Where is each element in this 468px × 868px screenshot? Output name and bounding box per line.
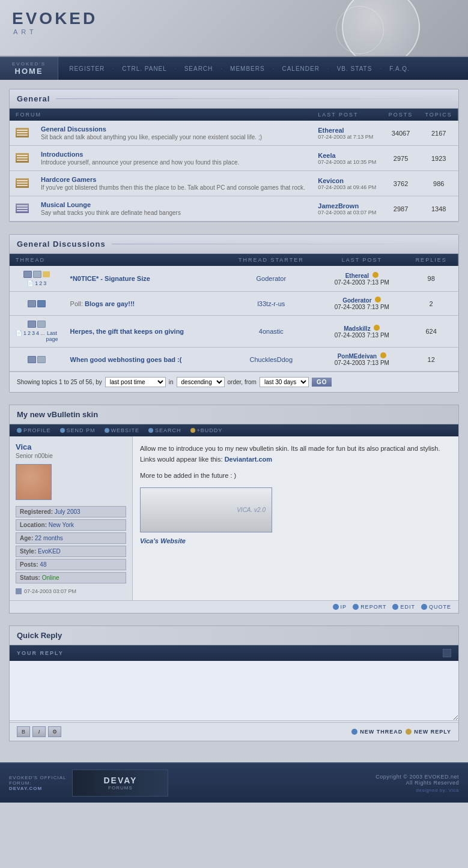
pagination-go-button[interactable]: GO [312, 378, 332, 387]
order-select[interactable]: descending ascending [177, 377, 225, 387]
thread-title-poll[interactable]: Poll: Blogs are gay!!! [70, 300, 135, 307]
post-footer-btn-quote[interactable]: QUOTE [421, 604, 451, 610]
user-location-value: New York [49, 522, 74, 528]
thread-info-herpes: Herpes, the gift that keeps on giving [64, 316, 223, 348]
footer-banner-content: DEVAY FORUMS [103, 776, 137, 791]
sort-by-select[interactable]: last post time thread start time replies [105, 377, 166, 387]
pagemarker-herpes: 📄 [16, 330, 22, 342]
thread-starter-poll: l33tz-r-us [222, 292, 320, 316]
sendpm-dot-icon [60, 428, 65, 433]
profile-dot-icon [17, 428, 22, 433]
footer-official-line1: EVOKED'S OFFICIAL [9, 775, 66, 780]
footer-official-text: EVOKED'S OFFICIAL FORUM: DEVAY.COM [9, 775, 66, 791]
header-decoration-circle2 [336, 6, 384, 54]
nav-bar: EVOKED'S HOME REGISTER · CTRL. PANEL · S… [0, 57, 468, 80]
page-num-h3[interactable]: 3 [32, 330, 35, 342]
post-date-stamp: 07-24-2003 03:07 PM [16, 588, 126, 594]
thread-icons-cell-notice: 📄 1 2 3 [10, 266, 64, 292]
footer-official-label: EVOKED'S OFFICIAL FORUM: DEVAY.COM [9, 775, 66, 791]
nav-link-search[interactable]: SEARCH [180, 65, 218, 72]
post-footer-btn-edit[interactable]: EDIT [392, 604, 415, 610]
toolbar-btn-profile[interactable]: PROFILE [17, 427, 51, 433]
section-line-divider [56, 98, 451, 99]
forum-icon-cell-intro [10, 146, 35, 171]
from-select[interactable]: last 30 days last 7 days last 60 days be… [260, 377, 309, 387]
footer-copyright-text: Copyright © 2003 EVOKED.net [375, 774, 459, 780]
topics-col-header: TOPICS [419, 109, 458, 121]
footer-banner-text: DEVAY [103, 776, 137, 785]
pagination-bar: Showing topics 1 to 25 of 56, by last po… [10, 372, 458, 392]
post-username: Vica [16, 442, 126, 451]
lastpost-date-web: 07-24-2003 7:13 PM [326, 360, 398, 366]
forum-name-general-discussions[interactable]: General Discussions [41, 125, 106, 133]
ellipsis-herpes: ... [40, 330, 45, 342]
website-dot-icon [105, 428, 109, 433]
post-deviantart-link[interactable]: Deviantart.com [225, 456, 272, 463]
logo-evoked: EVOKED [12, 9, 97, 28]
footer-banner[interactable]: DEVAY FORUMS [72, 770, 168, 797]
lastpost-user-general: Ethereal [318, 127, 376, 134]
forum-name-hardcore-gamers[interactable]: Hardcore Gamers [41, 176, 96, 183]
thread-icon-sticky [33, 271, 41, 278]
forum-row-hardcore-gamers: Hardcore Gamers If you've got blistered … [10, 171, 458, 196]
nav-link-vbstats[interactable]: VB. STATS [332, 65, 377, 72]
thread-icons-cell-herpes: 📄 1 2 3 4 ... Last page [10, 316, 64, 348]
toolbar-btn-search[interactable]: SEARCH [148, 427, 181, 433]
post-section-title: My new vBulletin skin [17, 410, 451, 419]
format-icon-1[interactable]: B [17, 726, 30, 737]
format-icon-3[interactable]: ⚙ [48, 726, 61, 737]
thread-replies-notice: 98 [404, 266, 458, 292]
user-status-value: Online [42, 574, 59, 581]
your-reply-label: YOUR REPLY [17, 650, 64, 656]
forum-lastpost-hc: Kevicon 07-24-2003 at 09:46 PM [312, 171, 382, 196]
nav-link-register[interactable]: REGISTER [64, 65, 109, 72]
nav-link-members[interactable]: MEMBERS [225, 65, 270, 72]
post-userinfo: Vica Senior n00bie Registered: July 2003… [10, 436, 133, 600]
page-last-herpes[interactable]: Last page [46, 330, 58, 342]
user-field-registered: Registered: July 2003 [16, 506, 126, 517]
post-footer-btn-ip[interactable]: IP [333, 604, 347, 610]
nav-link-ctrlpanel[interactable]: CTRL. PANEL [117, 65, 172, 72]
format-icon-2[interactable]: I [32, 726, 46, 737]
thread-title-notice[interactable]: *N0TICE* - Signature Size [70, 275, 150, 282]
post-image-label: VICA. v2.0 [237, 507, 266, 513]
main-content: General FORUM LAST POST POSTS TOPICS [0, 80, 468, 762]
post-website-link[interactable]: Vica's Website [140, 537, 186, 544]
thread-table-header-row: THREAD THREAD STARTER LAST POST REPLIES [10, 254, 458, 266]
nav-home-button[interactable]: EVOKED'S HOME [0, 57, 58, 80]
forum-name-musical-lounge[interactable]: Musical Lounge [41, 201, 91, 208]
post-date-text: 07-24-2003 03:07 PM [24, 588, 76, 594]
pagination-showing: Showing topics 1 to 25 of 56, by [17, 379, 102, 385]
reply-textarea[interactable] [10, 661, 458, 721]
forum-name-introductions[interactable]: Introductions [41, 151, 83, 158]
logo-art: ART [13, 28, 97, 35]
nav-link-calender[interactable]: CALENDER [277, 65, 324, 72]
nav-link-faq[interactable]: F.A.Q. [384, 65, 415, 72]
post-footer-btn-report[interactable]: REPORT [353, 604, 386, 610]
post-footer-toolbar: IP REPORT EDIT QUOTE [10, 600, 458, 613]
page-num-1[interactable]: 1 [35, 280, 38, 286]
page-num-h2[interactable]: 2 [28, 330, 31, 342]
toolbar-btn-website[interactable]: WEBSITE [105, 427, 140, 433]
thread-title-web[interactable]: When good webhosting goes bad :( [70, 356, 182, 363]
thread-title-herpes[interactable]: Herpes, the gift that keeps on giving [70, 328, 184, 335]
post-section-header: My new vBulletin skin [10, 405, 458, 424]
thread-icon-sub-web [37, 356, 46, 363]
user-field-age: Age: 22 months [16, 532, 126, 544]
page-num-h1[interactable]: 1 [23, 330, 26, 342]
avatar-face [16, 465, 51, 499]
nav-home-label: HOME [15, 67, 43, 76]
toolbar-btn-buddy[interactable]: +BUDDY [190, 427, 223, 433]
page-num-h4[interactable]: 4 [36, 330, 39, 342]
quote-dot-icon [421, 604, 427, 610]
new-reply-button[interactable]: NEW REPLY [406, 729, 451, 735]
thread-info-web: When good webhosting goes bad :( [64, 348, 223, 372]
page-num-3[interactable]: 3 [43, 280, 46, 286]
new-thread-button[interactable]: NEW THREAD [351, 729, 403, 735]
page-num-2[interactable]: 2 [39, 280, 42, 286]
threads-section-line [112, 244, 451, 244]
poll-label: Poll: [70, 300, 85, 307]
footer-copyright: Copyright © 2003 EVOKED.net All Rights R… [375, 774, 459, 793]
reply-collapse-icon[interactable] [443, 649, 451, 657]
toolbar-btn-sendpm[interactable]: SEND PM [60, 427, 96, 433]
